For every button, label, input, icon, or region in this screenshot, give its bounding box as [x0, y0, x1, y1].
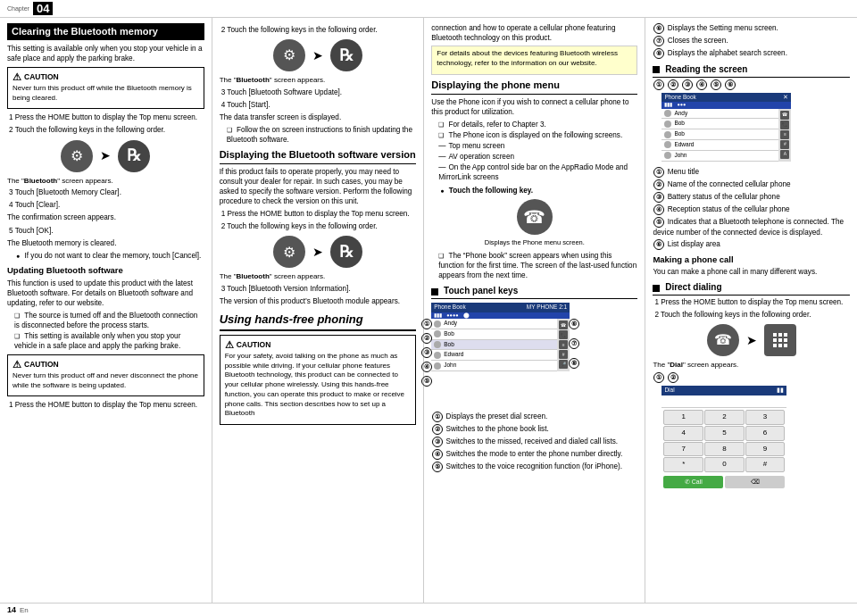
bluetooth-icon-1: ℞ — [118, 140, 150, 172]
grid-icon-dial — [764, 324, 796, 356]
list-item: Edward — [431, 350, 557, 361]
list-item: Bob — [661, 129, 778, 140]
page: Chapter 04 Clearing the Bluetooth memory… — [0, 0, 857, 616]
list-item: Bob — [661, 119, 778, 129]
caution2-title: ⚠ CAUTION — [12, 358, 199, 371]
panel-key-5: ⑤ Switches to the voice recognition func… — [431, 462, 637, 472]
direct-step1: 1 Press the HOME button to display the T… — [653, 297, 850, 307]
displaying-phone-title: Displaying the phone menu — [431, 79, 637, 95]
col1-caution: ⚠ CAUTION Never turn this product off wh… — [7, 67, 204, 109]
list-item: John — [661, 151, 778, 162]
source-note: The source is turned off and the Bluetoo… — [14, 311, 204, 330]
circled-4: ④ — [421, 362, 432, 372]
side-icon-r5: A — [780, 150, 789, 159]
dial-key-8[interactable]: 8 — [704, 442, 745, 457]
list-item: John — [431, 361, 557, 371]
dial-key-2[interactable]: 2 — [704, 410, 745, 425]
col2-arrow-row2: ⚙ ➤ ℞ — [220, 236, 417, 268]
chapter-num: 04 — [33, 2, 53, 15]
dial-arrow-row: ☎ ➤ — [653, 324, 850, 356]
dial-key-5[interactable]: 5 — [704, 426, 745, 441]
version-step3: 3 Touch [Bluetooth Version Information]. — [220, 284, 417, 294]
reading-label-6: ⑥ List display area — [653, 239, 850, 250]
caution3-title: ⚠ CAUTION — [225, 338, 412, 352]
panel-key-1: ① Displays the preset dial screen. — [431, 412, 637, 422]
list-item: Bob — [431, 340, 557, 351]
pb-content: Andy Bob Bob Edward John ☎ 📞 ≡ # 🎤 — [431, 319, 570, 371]
update-step1: 1 Press the HOME button to display the T… — [7, 400, 204, 410]
phone-book-screen: Phone Book MY PHONE 2:1 ▮▮▮ ●●●● ⬤ Andy … — [431, 303, 570, 371]
dial-grid: 1 2 3 4 5 6 7 8 9 * 0 # — [661, 408, 786, 474]
side-icon-2: 📞 — [559, 330, 568, 339]
black-square-icon2 — [653, 66, 660, 73]
dial-screen: Dial ▮▮ 1 2 3 4 5 6 7 8 9 * 0 — [661, 386, 786, 490]
dial-call-btn[interactable]: ✆ Call — [663, 476, 723, 487]
svg-rect-8 — [784, 344, 787, 347]
side-icon-5: 🎤 — [559, 360, 568, 369]
reading-label-2: ② Name of the connected cellular phone — [653, 179, 850, 190]
reading-label-1: ① Menu title — [653, 167, 850, 178]
svg-rect-1 — [778, 333, 782, 337]
top-bar: Chapter 04 — [0, 0, 857, 18]
col2-arrow-row: ⚙ ➤ ℞ — [220, 39, 417, 71]
arrow-3: ➤ — [312, 244, 323, 261]
hands-free-title: Using hands-free phoning — [220, 312, 417, 331]
dial-display — [661, 395, 786, 408]
panel-key-3: ③ Switches to the missed, received and d… — [431, 437, 637, 447]
side-icon-r3: ≡ — [780, 130, 789, 139]
dial-key-1[interactable]: 1 — [663, 410, 703, 425]
dash3: On the App control side bar on the AppRa… — [438, 162, 637, 182]
black-square-icon — [431, 288, 438, 296]
direct-step2: 2 Touch the following keys in the follow… — [653, 310, 850, 320]
dial-nums-row: ① ② — [653, 372, 850, 383]
page-num: 14 — [7, 605, 16, 614]
side-icon-r1: ☎ — [780, 111, 789, 120]
svg-rect-0 — [773, 333, 777, 337]
columns: Clearing the Bluetooth memory This setti… — [0, 18, 857, 603]
dial-key-9[interactable]: 9 — [745, 442, 786, 457]
version-step1: 1 Press the HOME button to display the T… — [220, 209, 417, 219]
pb-titlebar: Phone Book MY PHONE 2:1 — [431, 303, 570, 312]
dial-key-0[interactable]: 0 — [704, 457, 745, 472]
dial-key-6[interactable]: 6 — [745, 426, 786, 441]
displays-phone-menu: Displays the Phone menu screen. — [431, 238, 637, 247]
circled-2: ② — [421, 333, 432, 344]
displaying-title: Displaying the Bluetooth software versio… — [220, 148, 417, 164]
details-ref: For details, refer to Chapter 3. — [438, 120, 637, 129]
bluetooth-icon-2: ℞ — [330, 39, 362, 71]
touch-panel-title: Touch panel keys — [431, 285, 637, 299]
bluetooth-icon-3: ℞ — [330, 236, 362, 268]
touch-key-label: Touch the following key. — [440, 186, 637, 196]
circled-6: ⑥ — [569, 319, 579, 329]
cancel-note: If you do not want to clear the memory, … — [16, 251, 204, 261]
dial-key-hash[interactable]: # — [745, 457, 786, 472]
col2-caution3: ⚠ CAUTION For your safety, avoid talking… — [220, 335, 417, 425]
dial-key-4[interactable]: 4 — [663, 426, 703, 441]
svg-rect-3 — [773, 338, 777, 342]
settings-item: ⑥ Displays the Setting menu screen. — [653, 23, 850, 34]
dial-clear-btn[interactable]: ⌫ — [725, 476, 785, 487]
panel-key-list: ① Displays the preset dial screen. ② Swi… — [431, 412, 637, 472]
version-step2: 2 Touch the following keys in the follow… — [220, 221, 417, 231]
step1: 1 Press the HOME button to display the T… — [7, 112, 204, 122]
reading-phone-screen: Phone Book ✕ ▮▮▮ ●●● Andy Bob Bob Edward… — [661, 93, 791, 162]
dial-action-row: ✆ Call ⌫ — [661, 474, 786, 489]
making-call-title: Making a phone call — [653, 254, 850, 266]
col2-step4: 4 Touch [Start]. — [220, 100, 417, 110]
reading-label-5: ⑤ Indicates that a Bluetooth telephone i… — [653, 217, 850, 237]
dial-key-3[interactable]: 3 — [745, 410, 786, 425]
arrow-2: ➤ — [312, 47, 323, 64]
gear-icon-2: ⚙ — [273, 39, 305, 71]
dial-key-7[interactable]: 7 — [663, 442, 703, 457]
col4: ⑥ Displays the Setting menu screen. ⑦ Cl… — [645, 18, 857, 603]
caution-icon-3: ⚠ — [225, 338, 234, 352]
dial-key-star[interactable]: * — [663, 457, 703, 472]
circled-7: ⑦ — [569, 338, 579, 349]
alphabet-search: ⑧ Displays the alphabet search screen. — [653, 48, 850, 59]
updating-title: Updating Bluetooth software — [7, 265, 204, 277]
step2: 2 Touch the following keys in the follow… — [7, 125, 204, 135]
reading-label-4: ④ Reception status of the cellular phone — [653, 204, 850, 215]
svg-rect-2 — [784, 333, 787, 337]
details-box: For details about the devices featuring … — [431, 46, 637, 75]
step3: 3 Touch [Bluetooth Memory Clear]. — [7, 187, 204, 197]
